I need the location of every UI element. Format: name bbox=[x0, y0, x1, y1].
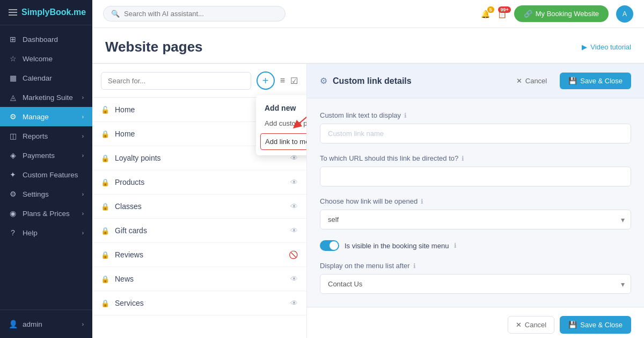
my-booking-button[interactable]: 🔗 My Booking Website bbox=[514, 5, 609, 22]
visibility-toggle[interactable] bbox=[320, 240, 339, 251]
custom-link-settings-icon: ⚙ bbox=[320, 76, 327, 86]
chevron-right-icon: › bbox=[82, 321, 84, 327]
open-method-select[interactable]: self _blank bbox=[320, 210, 631, 229]
video-tutorial-button[interactable]: ▶ Video tutorial bbox=[582, 43, 631, 51]
calendar-icon: ▦ bbox=[9, 74, 17, 82]
footer-save-button[interactable]: 💾 Save & Close bbox=[560, 316, 631, 334]
lock-icon: 🔒 bbox=[101, 154, 109, 162]
lock-icon: 🔒 bbox=[101, 251, 109, 259]
sidebar-item-label: Custom Features bbox=[23, 171, 78, 179]
check-all-icon[interactable]: ☑ bbox=[290, 76, 298, 86]
info-icon[interactable]: ℹ bbox=[421, 198, 423, 205]
panel-save-button[interactable]: 💾 Save & Close bbox=[560, 73, 631, 89]
sidebar-item-manage[interactable]: ⚙ Manage › bbox=[0, 107, 92, 126]
visibility-toggle-label: Is visible in the booking site menu bbox=[345, 242, 449, 250]
hamburger-menu[interactable] bbox=[9, 9, 17, 16]
visibility-icon[interactable]: 👁 bbox=[290, 178, 298, 186]
sidebar-item-settings[interactable]: ⚙ Settings › bbox=[0, 184, 92, 204]
sidebar-item-custom-features[interactable]: ✦ Custom Features bbox=[0, 165, 92, 184]
chevron-right-icon: › bbox=[82, 230, 84, 236]
add-link-to-menu-bar-item[interactable]: Add link to menu bar bbox=[260, 133, 307, 150]
payments-icon: ◈ bbox=[9, 151, 17, 160]
table-row[interactable]: 🔒 Classes 👁 bbox=[92, 195, 306, 219]
info-icon[interactable]: ℹ bbox=[413, 262, 416, 270]
x-icon: ✕ bbox=[516, 77, 522, 85]
sidebar-item-reports[interactable]: ◫ Reports › bbox=[0, 126, 92, 146]
table-row[interactable]: 🔒 Gift cards 👁 bbox=[92, 219, 306, 243]
link-icon: 🔗 bbox=[524, 10, 532, 18]
panel-cancel-button[interactable]: ✕ Cancel bbox=[509, 73, 554, 89]
main-area: 🔍 🔔 5 📋 99+ 🔗 My Booking Website A W bbox=[92, 0, 644, 338]
save-icon: 💾 bbox=[568, 321, 577, 329]
x-icon: ✕ bbox=[516, 321, 522, 329]
table-row[interactable]: 🔒 News 👁 bbox=[92, 267, 306, 291]
sidebar-item-admin[interactable]: 👤 admin › bbox=[0, 314, 92, 334]
reports-icon: ◫ bbox=[9, 132, 17, 140]
help-icon: ? bbox=[9, 228, 17, 237]
display-after-select[interactable]: Contact Us bbox=[320, 274, 631, 294]
add-custom-page-item[interactable]: Add custom page bbox=[256, 114, 307, 132]
search-bar[interactable]: 🔍 bbox=[103, 6, 286, 21]
open-method-label: Choose how link will be opened ℹ bbox=[320, 197, 631, 205]
plans-icon: ◉ bbox=[9, 209, 17, 218]
sidebar-item-label: Reports bbox=[23, 132, 48, 140]
add-page-button[interactable]: + bbox=[257, 71, 275, 90]
play-icon: ▶ bbox=[582, 43, 587, 51]
table-row[interactable]: 🔒 Reviews 🚫 bbox=[92, 243, 306, 267]
sidebar-item-welcome[interactable]: ☆ Welcome bbox=[0, 49, 92, 68]
table-row[interactable]: 🔒 Products 👁 bbox=[92, 170, 306, 195]
marketing-icon: ◬ bbox=[9, 93, 17, 102]
pages-search-input[interactable] bbox=[101, 72, 251, 90]
user-avatar[interactable]: A bbox=[616, 5, 633, 23]
welcome-icon: ☆ bbox=[9, 54, 17, 63]
sidebar-item-label: Help bbox=[23, 229, 38, 237]
open-method-select-wrapper: self _blank ▾ bbox=[320, 210, 631, 229]
visibility-icon[interactable]: 👁 bbox=[290, 226, 298, 235]
visibility-icon[interactable]: 👁 bbox=[290, 275, 298, 283]
footer-cancel-button[interactable]: ✕ Cancel bbox=[508, 316, 554, 334]
chevron-right-icon: › bbox=[82, 153, 84, 159]
visibility-icon[interactable]: 👁 bbox=[290, 202, 298, 211]
visibility-toggle-row: Is visible in the booking site menu ℹ bbox=[320, 240, 631, 251]
unlock-icon: 🔓 bbox=[101, 106, 109, 114]
link-text-label: Custom link text to display ℹ bbox=[320, 111, 631, 119]
chevron-right-icon: › bbox=[82, 191, 84, 197]
lock-icon: 🔒 bbox=[101, 299, 109, 307]
url-input[interactable]: # bbox=[320, 167, 631, 186]
notification-bell[interactable]: 🔔 5 bbox=[481, 10, 490, 18]
table-row[interactable]: 🔒 Services 👁 bbox=[92, 291, 306, 315]
sidebar-item-help[interactable]: ? Help › bbox=[0, 223, 92, 242]
info-icon[interactable]: ℹ bbox=[454, 242, 457, 249]
visibility-hidden-icon[interactable]: 🚫 bbox=[289, 250, 298, 259]
sidebar-item-label: Welcome bbox=[23, 55, 53, 63]
info-icon[interactable]: ℹ bbox=[404, 112, 407, 119]
tasks-icon[interactable]: 📋 99+ bbox=[497, 10, 507, 18]
visibility-icon[interactable]: 👁 bbox=[290, 299, 298, 307]
sidebar-item-payments[interactable]: ◈ Payments › bbox=[0, 146, 92, 165]
url-label: To which URL should this link be directe… bbox=[320, 154, 631, 162]
info-icon[interactable]: ℹ bbox=[462, 155, 464, 162]
add-menu-dropdown: Add new Add custom page Add link to menu… bbox=[256, 95, 307, 155]
sidebar-item-label: Plans & Prices bbox=[23, 210, 70, 218]
page-item-name: Services bbox=[115, 299, 285, 307]
toggle-knob bbox=[330, 241, 338, 250]
page-item-name: Reviews bbox=[115, 250, 283, 259]
lock-icon: 🔒 bbox=[101, 275, 109, 283]
chevron-right-icon: › bbox=[82, 211, 84, 217]
search-container bbox=[101, 72, 251, 90]
sidebar-item-calendar[interactable]: ▦ Calendar bbox=[0, 68, 92, 88]
settings-icon: ⚙ bbox=[9, 190, 17, 198]
display-after-label: Display on the menu list after ℹ bbox=[320, 262, 631, 270]
list-view-icon[interactable]: ≡ bbox=[280, 76, 285, 85]
sidebar-item-label: Payments bbox=[23, 152, 55, 160]
content-body: + ≡ ☑ Add new Add custom page Add link t… bbox=[92, 64, 644, 338]
search-input[interactable] bbox=[124, 10, 277, 18]
sidebar-item-marketing[interactable]: ◬ Marketing Suite › bbox=[0, 88, 92, 107]
avatar-initial: A bbox=[623, 10, 627, 18]
link-text-input[interactable] bbox=[320, 124, 631, 143]
admin-icon: 👤 bbox=[9, 320, 17, 328]
chevron-right-icon: › bbox=[82, 114, 84, 120]
sidebar-item-dashboard[interactable]: ⊞ Dashboard bbox=[0, 30, 92, 49]
sidebar-item-plans[interactable]: ◉ Plans & Prices › bbox=[0, 204, 92, 223]
page-item-name: News bbox=[115, 275, 285, 283]
